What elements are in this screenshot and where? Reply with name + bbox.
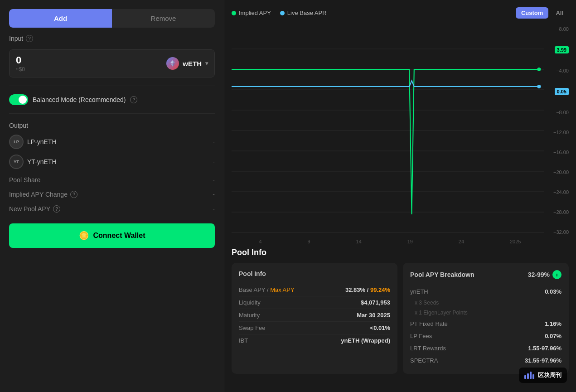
implied-apy-change-label: Implied APY Change ? <box>9 191 77 198</box>
right-panel: Implied APY Live Base APR Custom All <box>224 0 576 392</box>
y-label-implied-apy: 3.99 <box>555 46 569 53</box>
y-label-neg20: −20.00 <box>553 169 569 175</box>
pool-apy-breakdown-card: Pool APY Breakdown 32-99% i ynETH 0.03% … <box>403 263 569 374</box>
watermark-text: 区块周刊 <box>538 371 561 379</box>
pool-info-grid: Pool Info Base APY / Max APY 32.83% / 99… <box>232 263 569 374</box>
maturity-row: Maturity Mar 30 2025 <box>239 309 390 322</box>
new-pool-apy-help-icon[interactable]: ? <box>53 205 60 213</box>
add-remove-toggle: Add Remove <box>9 9 215 28</box>
svg-marker-2 <box>173 63 175 67</box>
implied-apy-help-icon[interactable]: ? <box>70 191 77 198</box>
token-name: wETH <box>183 60 202 68</box>
balanced-help-icon[interactable]: ? <box>130 96 137 103</box>
input-label: Input ? <box>9 35 215 42</box>
balanced-mode-toggle[interactable] <box>9 94 28 105</box>
yt-token-name: YT-ynETH <box>27 158 57 165</box>
swap-fee-row: Swap Fee <0.01% <box>239 322 390 334</box>
x-label-4: 4 <box>259 239 261 244</box>
lp-output-item: LP LP-ynETH - <box>9 135 215 149</box>
divider-2 <box>9 113 215 114</box>
apy-range-value: 32-99% <box>528 271 550 278</box>
x-label-2025: 2025 <box>510 239 521 244</box>
implied-apy-change-value: - <box>213 191 215 198</box>
input-amount-display: 0 ≈$0 <box>16 54 162 73</box>
pool-info-card: Pool Info Base APY / Max APY 32.83% / 99… <box>232 263 397 374</box>
yneth-row: ynETH 0.03% <box>410 286 561 298</box>
chevron-down-icon: ▾ <box>205 60 208 67</box>
spectra-row: SPECTRA 31.55-97.96% <box>410 354 561 367</box>
liquidity-label: Liquidity <box>239 299 261 306</box>
input-help-icon[interactable]: ? <box>26 35 33 42</box>
yt-output-item: YT YT-ynETH - <box>9 155 215 169</box>
amount-value: 0 <box>16 54 162 66</box>
apy-info-icon[interactable]: i <box>552 270 561 279</box>
remove-button[interactable]: Remove <box>112 9 215 28</box>
wallet-icon: 🪙 <box>79 231 89 241</box>
x-label-9: 9 <box>307 239 310 244</box>
implied-apy-legend-label: Implied APY <box>239 10 271 16</box>
yt-token: YT YT-ynETH <box>9 155 57 169</box>
balanced-mode-row: Balanced Mode (Recommended) ? <box>9 94 215 105</box>
custom-button[interactable]: Custom <box>516 7 548 19</box>
lp-fees-row: LP Fees 0.07% <box>410 330 561 342</box>
balanced-mode-label: Balanced Mode (Recommended) <box>33 96 126 103</box>
y-label-neg24: −24.00 <box>553 189 569 195</box>
pool-apy-breakdown-title: Pool APY Breakdown 32-99% i <box>410 270 561 279</box>
watermark: 区块周刊 <box>519 368 567 383</box>
base-apy-row: Base APY / Max APY 32.83% / 99.24% <box>239 284 390 296</box>
y-label-neg4: −4.00 <box>556 68 569 73</box>
live-base-apr-legend-label: Live Base APR <box>287 10 327 16</box>
svg-point-17 <box>537 85 541 88</box>
swap-fee-label: Swap Fee <box>239 324 266 331</box>
y-label-neg12: −12.00 <box>553 130 569 135</box>
weth-icon <box>166 57 179 70</box>
y-label-live-apr: 0.05 <box>555 88 569 95</box>
lp-token: LP LP-ynETH <box>9 135 57 149</box>
implied-apy-dot <box>232 11 236 15</box>
yt-value: - <box>213 158 215 165</box>
svg-point-16 <box>537 68 541 71</box>
chart-container: 8.00 3.99 −4.00 0.05 −8.00 −12.00 −16.00… <box>232 24 569 237</box>
chart-svg <box>232 24 544 237</box>
chart-controls: Custom All <box>516 7 569 19</box>
base-apy-value: 32.83% / 99.24% <box>345 286 390 293</box>
x-label-19: 19 <box>407 239 413 244</box>
chart-y-axis: 8.00 3.99 −4.00 0.05 −8.00 −12.00 −16.00… <box>546 24 569 237</box>
svg-marker-3 <box>170 63 173 67</box>
new-pool-apy-row: New Pool APY ? - <box>9 205 215 213</box>
x-label-14: 14 <box>356 239 362 244</box>
eigenlayer-row: x 1 EigenLayer Points <box>410 308 561 318</box>
token-select-button[interactable]: wETH ▾ <box>166 57 208 70</box>
divider-1 <box>9 86 215 86</box>
chart-header: Implied APY Live Base APR Custom All <box>232 7 569 19</box>
lp-value: - <box>213 138 215 145</box>
live-base-apr-dot <box>280 11 285 15</box>
y-label-neg16: −16.00 <box>553 150 569 155</box>
output-label: Output <box>9 122 215 129</box>
connect-wallet-button[interactable]: 🪙 Connect Wallet <box>9 223 215 248</box>
y-label-neg32: −32.00 <box>553 229 569 235</box>
pool-info-section: Pool Info Pool Info Base APY / Max APY 3… <box>224 248 576 381</box>
ibt-label: IBT <box>239 337 248 344</box>
new-pool-apy-value: - <box>213 205 215 213</box>
implied-apy-change-row: Implied APY Change ? - <box>9 191 215 198</box>
watermark-icon <box>524 372 534 379</box>
x-axis-labels: 4 9 14 19 24 2025 <box>232 237 544 244</box>
y-label-8: 8.00 <box>559 26 569 32</box>
swap-fee-value: <0.01% <box>370 324 390 331</box>
pool-share-row: Pool Share - <box>9 176 215 184</box>
lp-icon: LP <box>9 135 24 149</box>
add-button[interactable]: Add <box>9 9 112 28</box>
liquidity-row: Liquidity $4,071,953 <box>239 296 390 309</box>
all-button[interactable]: All <box>550 7 569 19</box>
yt-icon: YT <box>9 155 24 169</box>
chart-area: Implied APY Live Base APR Custom All <box>224 0 576 248</box>
chart-legend: Implied APY Live Base APR <box>232 10 327 16</box>
y-label-neg28: −28.00 <box>553 209 569 215</box>
pool-info-title: Pool Info <box>232 248 569 257</box>
lrt-rewards-row: LRT Rewards 1.55-97.96% <box>410 342 561 354</box>
x-label-24: 24 <box>459 239 464 244</box>
maturity-value: Mar 30 2025 <box>357 312 390 319</box>
y-label-neg8: −8.00 <box>556 110 569 115</box>
ibt-value: ynETH (Wrapped) <box>341 337 390 344</box>
